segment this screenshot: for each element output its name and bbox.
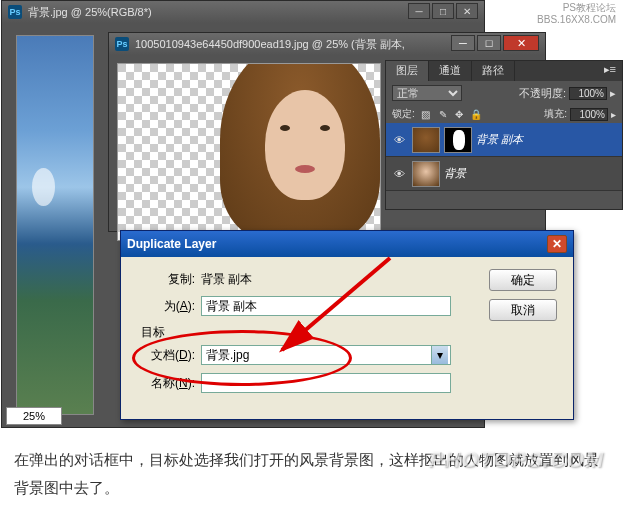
panel-menu-icon[interactable]: ▸≡ [598, 61, 622, 81]
visibility-icon[interactable]: 👁 [390, 131, 408, 149]
window1-title-text: 背景.jpg @ 25%(RGB/8*) [28, 5, 152, 20]
target-group-label: 目标 [141, 324, 557, 341]
duplicate-layer-dialog: Duplicate Layer ✕ 确定 取消 复制: 背景 副本 为(A): … [120, 230, 574, 420]
blend-mode-select[interactable]: 正常 [392, 85, 462, 101]
lock-position-icon[interactable]: ✥ [452, 109, 466, 120]
lock-transparency-icon[interactable]: ▨ [419, 109, 433, 120]
tab-channels[interactable]: 通道 [429, 61, 472, 81]
photoshop-icon: Ps [8, 5, 22, 19]
layer-name[interactable]: 背景 [444, 166, 466, 181]
lock-all-icon[interactable]: 🔒 [469, 109, 483, 120]
minimize-button[interactable]: ─ [408, 3, 430, 19]
duplicate-label: 复制: [137, 271, 195, 288]
opacity-input[interactable] [569, 87, 607, 100]
fill-label: 填充: [544, 107, 567, 121]
document-select[interactable]: 背景.jpg [201, 345, 451, 365]
landscape-image [16, 35, 94, 415]
fill-input[interactable] [570, 108, 608, 121]
zoom-display[interactable]: 25% [6, 407, 62, 425]
portrait-image [210, 63, 381, 241]
opacity-label: 不透明度: [519, 86, 566, 101]
visibility-icon[interactable]: 👁 [390, 165, 408, 183]
chevron-icon[interactable]: ▸ [610, 87, 616, 100]
maximize-button[interactable]: □ [432, 3, 454, 19]
canvas[interactable] [117, 63, 381, 241]
as-input[interactable] [201, 296, 451, 316]
chevron-icon[interactable]: ▸ [611, 109, 616, 120]
layers-panel: 图层 通道 路径 ▸≡ 正常 不透明度: ▸ 锁定: ▨ ✎ ✥ 🔒 填充: ▸… [385, 60, 623, 210]
dialog-titlebar[interactable]: Duplicate Layer ✕ [121, 231, 573, 257]
photoshop-icon: Ps [115, 37, 129, 51]
maximize-button[interactable]: □ [477, 35, 501, 51]
document-label: 文档(D): [137, 347, 195, 364]
layer-thumbnail[interactable] [412, 161, 440, 187]
as-label: 为(A): [137, 298, 195, 315]
tab-paths[interactable]: 路径 [472, 61, 515, 81]
layer-item[interactable]: 👁 背景 [386, 157, 622, 191]
duplicate-value: 背景 副本 [201, 271, 252, 288]
mask-thumbnail[interactable] [444, 127, 472, 153]
lock-label: 锁定: [392, 107, 415, 121]
window2-titlebar[interactable]: Ps 1005010943e64450df900ead19.jpg @ 25% … [109, 33, 545, 55]
layer-item[interactable]: 👁 背景 副本 [386, 123, 622, 157]
watermark-text: PS教程论坛 BBS.16XX8.COM [537, 2, 616, 26]
dialog-title-text: Duplicate Layer [127, 237, 216, 251]
watermark-photops: PHOTOPS.COM [428, 447, 604, 473]
name-label: 名称(N): [137, 375, 195, 392]
lock-pixels-icon[interactable]: ✎ [436, 109, 450, 120]
minimize-button[interactable]: ─ [451, 35, 475, 51]
tab-layers[interactable]: 图层 [386, 61, 429, 81]
name-input[interactable] [201, 373, 451, 393]
dialog-close-button[interactable]: ✕ [547, 235, 567, 253]
layer-name[interactable]: 背景 副本 [476, 132, 523, 147]
ok-button[interactable]: 确定 [489, 269, 557, 291]
close-button[interactable]: ✕ [456, 3, 478, 19]
cancel-button[interactable]: 取消 [489, 299, 557, 321]
close-button[interactable]: ✕ [503, 35, 539, 51]
layer-thumbnail[interactable] [412, 127, 440, 153]
window1-titlebar[interactable]: Ps 背景.jpg @ 25%(RGB/8*) ─ □ ✕ [2, 1, 484, 23]
window2-title-text: 1005010943e64450df900ead19.jpg @ 25% (背景… [135, 37, 405, 52]
